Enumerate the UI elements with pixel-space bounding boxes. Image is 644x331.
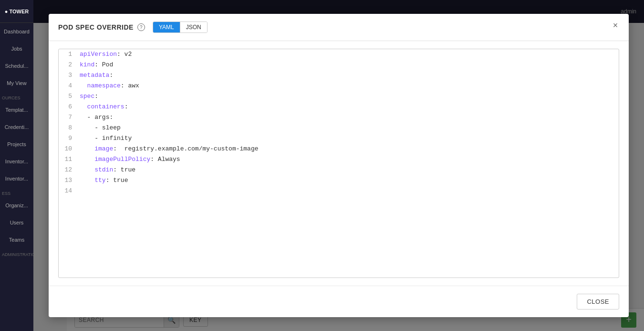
line-content: spec: [78,92,619,101]
sidebar-item-templates[interactable]: Templat... [0,101,33,118]
line-number: 5 [59,92,78,101]
line-content: apiVersion: v2 [78,50,619,59]
sidebar-item-jobs[interactable]: Jobs [0,40,33,57]
main-content: admin 🔍 KEY + POD SPEC OVERRIDE ? YAML J… [33,0,644,331]
sidebar-item-teams[interactable]: Teams [0,231,33,248]
code-line: 1apiVersion: v2 [59,49,619,60]
tab-yaml[interactable]: YAML [153,22,180,32]
code-line: 7 - args: [59,112,619,123]
sidebar-item-projects[interactable]: Projects [0,136,33,153]
line-content: namespace: awx [78,81,619,91]
close-button[interactable]: CLOSE [577,294,619,310]
modal-close-x-button[interactable]: × [610,20,621,31]
sidebar-item-credentials[interactable]: Credenti... [0,118,33,136]
line-number: 4 [59,81,78,91]
sidebar-item-organizations[interactable]: Organiz... [0,197,33,214]
line-number: 6 [59,102,78,112]
line-content: stdin: true [78,165,619,175]
sidebar: ● TOWER Dashboard Jobs Schedul... My Vie… [0,0,33,331]
line-number: 12 [59,165,78,175]
line-number: 1 [59,50,78,59]
sidebar-item-inventoryscripts[interactable]: Inventor... [0,170,33,187]
tab-json[interactable]: JSON [180,22,207,32]
code-editor[interactable]: 1apiVersion: v22kind: Pod3metadata:4 nam… [58,49,619,278]
line-content: metadata: [78,71,619,80]
line-content: image: registry.example.com/my-custom-im… [78,144,619,154]
line-number: 11 [59,155,78,164]
line-content: - infinity [78,134,619,143]
line-number: 8 [59,123,78,133]
modal-footer: CLOSE [49,286,629,317]
code-line: 13 tty: true [59,175,619,186]
line-content: containers: [78,102,619,112]
code-line: 2kind: Pod [59,60,619,70]
code-line: 4 namespace: awx [59,81,619,91]
sidebar-section-access: ESS [0,187,33,197]
code-line: 14 [59,186,619,196]
line-content [78,186,619,196]
line-content: tty: true [78,176,619,185]
line-number: 9 [59,134,78,143]
app-background: ● TOWER Dashboard Jobs Schedul... My Vie… [0,0,644,331]
sidebar-section-admin: ADMINISTRATIO... [0,248,33,258]
close-x-icon: × [613,21,618,31]
code-line: 10 image: registry.example.com/my-custom… [59,144,619,154]
sidebar-item-users[interactable]: Users [0,214,33,231]
line-number: 13 [59,176,78,185]
help-icon[interactable]: ? [137,23,145,31]
code-line: 8 - sleep [59,123,619,133]
code-line: 12 stdin: true [59,165,619,175]
modal-title: POD SPEC OVERRIDE [58,23,134,31]
modal-overlay: POD SPEC OVERRIDE ? YAML JSON × 1apiVers… [33,0,644,331]
line-content: - args: [78,113,619,122]
modal-dialog: POD SPEC OVERRIDE ? YAML JSON × 1apiVers… [49,14,629,317]
code-line: 11 imagePullPolicy: Always [59,154,619,165]
code-line: 6 containers: [59,102,619,112]
code-line: 5spec: [59,91,619,102]
sidebar-item-schedules[interactable]: Schedul... [0,57,33,75]
line-number: 3 [59,71,78,80]
line-number: 10 [59,144,78,154]
modal-header: POD SPEC OVERRIDE ? YAML JSON × [49,14,629,41]
sidebar-item-myview[interactable]: My View [0,75,33,92]
code-lines: 1apiVersion: v22kind: Pod3metadata:4 nam… [59,49,619,196]
line-content: imagePullPolicy: Always [78,155,619,164]
app-logo: ● TOWER [0,0,33,23]
code-line: 3metadata: [59,70,619,81]
line-content: - sleep [78,123,619,133]
tab-group: YAML JSON [153,21,208,33]
sidebar-item-dashboard[interactable]: Dashboard [0,23,33,40]
line-number: 7 [59,113,78,122]
sidebar-nav: Dashboard Jobs Schedul... My View OURCES… [0,23,33,331]
sidebar-item-inventories[interactable]: Inventor... [0,153,33,170]
line-number: 2 [59,60,78,70]
code-line: 9 - infinity [59,133,619,144]
sidebar-section-resources: OURCES [0,92,33,101]
line-content: kind: Pod [78,60,619,70]
line-number: 14 [59,186,78,196]
modal-body: 1apiVersion: v22kind: Pod3metadata:4 nam… [49,41,629,286]
